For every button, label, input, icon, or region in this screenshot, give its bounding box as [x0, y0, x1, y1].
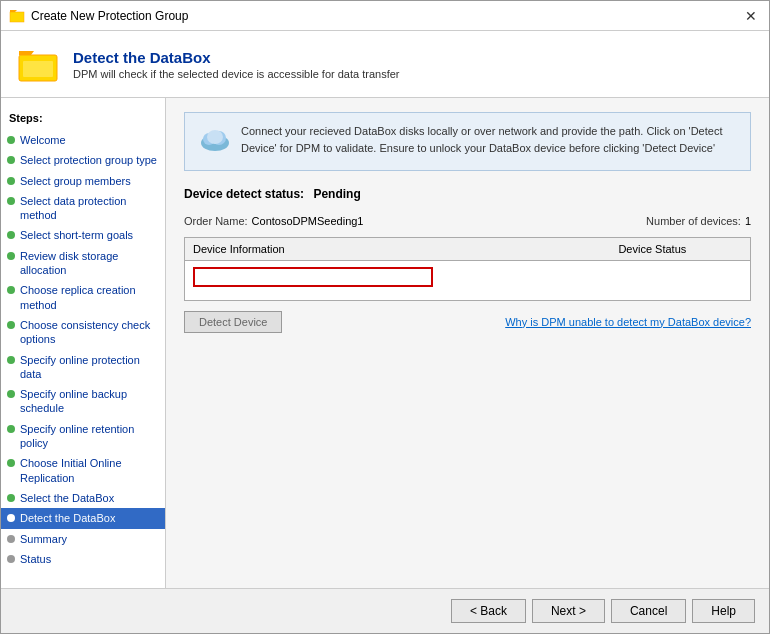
main-content: Connect your recieved DataBox disks loca… — [166, 98, 769, 588]
sidebar-label-online-retention: Specify online retention policy — [20, 422, 157, 451]
footer: < Back Next > Cancel Help — [1, 588, 769, 633]
sidebar-item-initial-online[interactable]: Choose Initial Online Replication — [1, 453, 165, 488]
device-info-cell — [185, 260, 611, 300]
close-button[interactable]: ✕ — [741, 6, 761, 26]
sidebar-item-protection-group-type[interactable]: Select protection group type — [1, 150, 165, 170]
sidebar-dot-protection-group-type — [7, 156, 15, 164]
sidebar-label-replica-creation: Choose replica creation method — [20, 283, 157, 312]
sidebar-label-select-databox: Select the DataBox — [20, 491, 114, 505]
sidebar-item-short-term-goals[interactable]: Select short-term goals — [1, 225, 165, 245]
sidebar-dot-detect-databox — [7, 514, 15, 522]
sidebar-label-welcome: Welcome — [20, 133, 66, 147]
sidebar-item-group-members[interactable]: Select group members — [1, 171, 165, 191]
sidebar-dot-summary — [7, 535, 15, 543]
sidebar-item-welcome[interactable]: Welcome — [1, 130, 165, 150]
device-status-cell — [610, 260, 750, 300]
info-box-text: Connect your recieved DataBox disks loca… — [241, 123, 736, 156]
order-row: Order Name: ContosoDPMSeeding1 Number of… — [184, 215, 751, 227]
cancel-button[interactable]: Cancel — [611, 599, 686, 623]
svg-rect-0 — [10, 12, 24, 22]
title-bar: Create New Protection Group ✕ — [1, 1, 769, 31]
sidebar-dot-data-protection — [7, 197, 15, 205]
sidebar-label-disk-storage: Review disk storage allocation — [20, 249, 157, 278]
sidebar-label-status: Status — [20, 552, 51, 566]
device-status-label: Device detect status: — [184, 187, 304, 201]
sidebar-label-initial-online: Choose Initial Online Replication — [20, 456, 157, 485]
header-text: Detect the DataBox DPM will check if the… — [73, 49, 399, 80]
svg-point-8 — [207, 130, 223, 144]
sidebar-dot-online-protection — [7, 356, 15, 364]
sidebar-item-summary[interactable]: Summary — [1, 529, 165, 549]
page-header: Detect the DataBox DPM will check if the… — [1, 31, 769, 98]
sidebar-label-consistency-check: Choose consistency check options — [20, 318, 157, 347]
sidebar-item-replica-creation[interactable]: Choose replica creation method — [1, 280, 165, 315]
sidebar: Steps: Welcome Select protection group t… — [1, 98, 166, 588]
sidebar-label-group-members: Select group members — [20, 174, 131, 188]
help-button[interactable]: Help — [692, 599, 755, 623]
col-device-status: Device Status — [610, 237, 750, 260]
sidebar-label-summary: Summary — [20, 532, 67, 546]
sidebar-dot-disk-storage — [7, 252, 15, 260]
sidebar-dot-replica-creation — [7, 286, 15, 294]
sidebar-item-online-backup[interactable]: Specify online backup schedule — [1, 384, 165, 419]
sidebar-dot-select-databox — [7, 494, 15, 502]
sidebar-item-disk-storage[interactable]: Review disk storage allocation — [1, 246, 165, 281]
sidebar-label-detect-databox: Detect the DataBox — [20, 511, 115, 525]
bottom-row: Detect Device Why is DPM unable to detec… — [184, 311, 751, 333]
sidebar-label-protection-group-type: Select protection group type — [20, 153, 157, 167]
sidebar-item-status[interactable]: Status — [1, 549, 165, 569]
num-devices-value: 1 — [745, 215, 751, 227]
sidebar-item-online-protection[interactable]: Specify online protection data — [1, 350, 165, 385]
sidebar-dot-consistency-check — [7, 321, 15, 329]
body-content: Steps: Welcome Select protection group t… — [1, 98, 769, 588]
sidebar-dot-initial-online — [7, 459, 15, 467]
next-button[interactable]: Next > — [532, 599, 605, 623]
order-name-label: Order Name: — [184, 215, 248, 227]
order-name-value: ContosoDPMSeeding1 — [252, 215, 364, 227]
sidebar-label-online-backup: Specify online backup schedule — [20, 387, 157, 416]
sidebar-dot-group-members — [7, 177, 15, 185]
sidebar-item-consistency-check[interactable]: Choose consistency check options — [1, 315, 165, 350]
device-status-value: Pending — [313, 187, 360, 201]
device-table: Device Information Device Status — [184, 237, 751, 301]
sidebar-item-detect-databox[interactable]: Detect the DataBox — [1, 508, 165, 528]
svg-rect-4 — [23, 61, 53, 77]
device-path-input[interactable] — [193, 267, 433, 287]
sidebar-dot-online-backup — [7, 390, 15, 398]
col-device-info: Device Information — [185, 237, 611, 260]
window-title: Create New Protection Group — [31, 9, 735, 23]
sidebar-steps-label: Steps: — [1, 108, 165, 130]
why-dpm-link[interactable]: Why is DPM unable to detect my DataBox d… — [505, 316, 751, 328]
sidebar-item-select-databox[interactable]: Select the DataBox — [1, 488, 165, 508]
sidebar-item-online-retention[interactable]: Specify online retention policy — [1, 419, 165, 454]
detect-device-button[interactable]: Detect Device — [184, 311, 282, 333]
header-subtitle: DPM will check if the selected device is… — [73, 68, 399, 80]
device-status-row: Device detect status: Pending — [184, 187, 751, 201]
sidebar-dot-welcome — [7, 136, 15, 144]
cloud-icon — [199, 123, 231, 160]
sidebar-label-short-term-goals: Select short-term goals — [20, 228, 133, 242]
main-window: Create New Protection Group ✕ Detect the… — [0, 0, 770, 634]
num-devices-label: Number of devices: — [646, 215, 741, 227]
svg-marker-1 — [10, 10, 17, 12]
svg-marker-3 — [19, 51, 34, 55]
sidebar-dot-short-term-goals — [7, 231, 15, 239]
back-button[interactable]: < Back — [451, 599, 526, 623]
header-folder-icon — [17, 43, 59, 85]
sidebar-item-data-protection[interactable]: Select data protection method — [1, 191, 165, 226]
info-box: Connect your recieved DataBox disks loca… — [184, 112, 751, 171]
sidebar-dot-status — [7, 555, 15, 563]
sidebar-dot-online-retention — [7, 425, 15, 433]
sidebar-label-data-protection: Select data protection method — [20, 194, 157, 223]
sidebar-label-online-protection: Specify online protection data — [20, 353, 157, 382]
header-title: Detect the DataBox — [73, 49, 399, 66]
table-row — [185, 260, 751, 300]
window-icon — [9, 8, 25, 24]
